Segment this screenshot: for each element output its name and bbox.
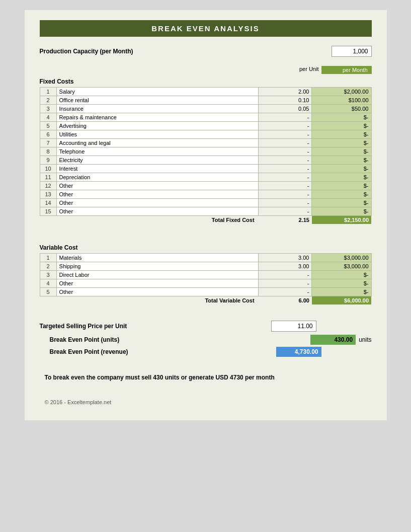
row-num: 4 (40, 113, 56, 122)
selling-price-value[interactable]: 11.00 (271, 321, 316, 332)
production-row: Production Capacity (per Month) 1,000 (40, 46, 372, 57)
variable-cost-total-label: Total Variable Cost (40, 296, 259, 305)
fixed-cost-row: 3 Insurance 0.05 $50.00 (40, 105, 371, 113)
fixed-cost-row: 1 Salary 2.00 $2,000.00 (40, 88, 371, 96)
page-title: BREAK EVEN ANALYSIS (40, 20, 372, 37)
page: BREAK EVEN ANALYSIS Production Capacity … (25, 10, 387, 420)
row-name: Other (56, 288, 259, 296)
row-num: 9 (40, 156, 56, 165)
selling-price-row: Targeted Selling Price per Unit 11.00 (40, 321, 372, 332)
row-per-month: $- (312, 165, 371, 173)
bep-revenue-row: Break Even Point (revenue) 4,730.00 (40, 347, 372, 357)
row-per-unit: - (259, 147, 312, 156)
row-per-month: $- (312, 173, 371, 182)
fixed-cost-row: 2 Office rental 0.10 $100.00 (40, 96, 371, 105)
production-label: Production Capacity (per Month) (40, 48, 332, 55)
bep-units-suffix: units (359, 336, 371, 343)
row-name: Electricity (56, 156, 259, 165)
fixed-cost-row: 10 Interest - $- (40, 165, 371, 173)
row-per-unit: - (259, 130, 312, 139)
row-name: Other (56, 279, 259, 288)
row-per-month: $2,000.00 (312, 88, 371, 96)
row-per-unit: 3.00 (259, 254, 312, 262)
row-name: Interest (56, 165, 259, 173)
fixed-cost-total-label: Total Fixed Cost (40, 216, 259, 224)
row-per-month: $- (312, 182, 371, 190)
row-per-unit: - (259, 271, 312, 279)
variable-cost-row: 2 Shipping 3.00 $3,000.00 (40, 262, 371, 271)
row-per-month: $- (312, 156, 371, 165)
row-per-unit: - (259, 182, 312, 190)
row-num: 10 (40, 165, 56, 173)
row-num: 7 (40, 139, 56, 147)
row-name: Advertising (56, 122, 259, 130)
variable-costs-table: 1 Materials 3.00 $3,000.00 2 Shipping 3.… (40, 253, 372, 305)
row-num: 15 (40, 207, 56, 216)
fixed-costs-table: 1 Salary 2.00 $2,000.00 2 Office rental … (40, 87, 372, 224)
variable-cost-total-unit: 6.00 (259, 296, 312, 305)
row-per-unit: 3.00 (259, 262, 312, 271)
row-per-unit: - (259, 279, 312, 288)
row-per-month: $- (312, 130, 371, 139)
fixed-cost-row: 7 Accounting and legal - $- (40, 139, 371, 147)
row-num: 3 (40, 271, 56, 279)
bep-units-value: 430.00 (310, 335, 356, 345)
fixed-cost-row: 5 Advertising - $- (40, 122, 371, 130)
row-num: 5 (40, 122, 56, 130)
production-value[interactable]: 1,000 (332, 46, 372, 57)
summary-text: To break even the company must sell 430 … (40, 374, 372, 381)
row-num: 8 (40, 147, 56, 156)
row-num: 2 (40, 262, 56, 271)
fixed-cost-row: 11 Depreciation - $- (40, 173, 371, 182)
row-per-unit: - (259, 156, 312, 165)
fixed-cost-total-month: $2,150.00 (312, 216, 371, 224)
row-per-month: $- (312, 113, 371, 122)
row-name: Salary (56, 88, 259, 96)
row-per-month: $- (312, 190, 371, 199)
selling-price-label: Targeted Selling Price per Unit (40, 323, 271, 330)
row-per-unit: 0.10 (259, 96, 312, 105)
row-per-month: $3,000.00 (312, 262, 371, 271)
row-per-unit: 2.00 (259, 88, 312, 96)
row-name: Office rental (56, 96, 259, 105)
row-per-unit: - (259, 190, 312, 199)
row-name: Shipping (56, 262, 259, 271)
row-name: Other (56, 182, 259, 190)
row-per-unit: - (259, 165, 312, 173)
row-name: Other (56, 207, 259, 216)
per-unit-header: per Unit (276, 66, 321, 74)
row-per-month: $- (312, 207, 371, 216)
row-per-unit: - (259, 139, 312, 147)
variable-cost-row: 4 Other - $- (40, 279, 371, 288)
row-per-unit: - (259, 173, 312, 182)
row-num: 1 (40, 254, 56, 262)
row-name: Repairs & maintenance (56, 113, 259, 122)
fixed-cost-row: 8 Telephone - $- (40, 147, 371, 156)
row-num: 14 (40, 199, 56, 207)
row-per-month: $- (312, 279, 371, 288)
row-name: Other (56, 199, 259, 207)
row-per-unit: - (259, 122, 312, 130)
row-per-month: $- (312, 147, 371, 156)
variable-cost-total-row: Total Variable Cost 6.00 $6,000.00 (40, 296, 371, 305)
variable-cost-row: 5 Other - $- (40, 288, 371, 296)
row-num: 6 (40, 130, 56, 139)
bep-revenue-label: Break Even Point (revenue) (50, 348, 276, 355)
row-per-unit: 0.05 (259, 105, 312, 113)
row-per-month: $100.00 (312, 96, 371, 105)
row-num: 13 (40, 190, 56, 199)
row-name: Utilities (56, 130, 259, 139)
row-name: Accounting and legal (56, 139, 259, 147)
fixed-cost-row: 6 Utilities - $- (40, 130, 371, 139)
row-name: Telephone (56, 147, 259, 156)
row-per-month: $3,000.00 (312, 254, 371, 262)
row-per-unit: - (259, 207, 312, 216)
footer: © 2016 - Exceltemplate.net (40, 399, 372, 405)
fixed-cost-row: 14 Other - $- (40, 199, 371, 207)
row-per-month: $- (312, 199, 371, 207)
row-name: Other (56, 190, 259, 199)
variable-cost-row: 3 Direct Labor - $- (40, 271, 371, 279)
row-num: 2 (40, 96, 56, 105)
row-per-unit: - (259, 199, 312, 207)
variable-costs-label: Variable Cost (40, 244, 372, 251)
